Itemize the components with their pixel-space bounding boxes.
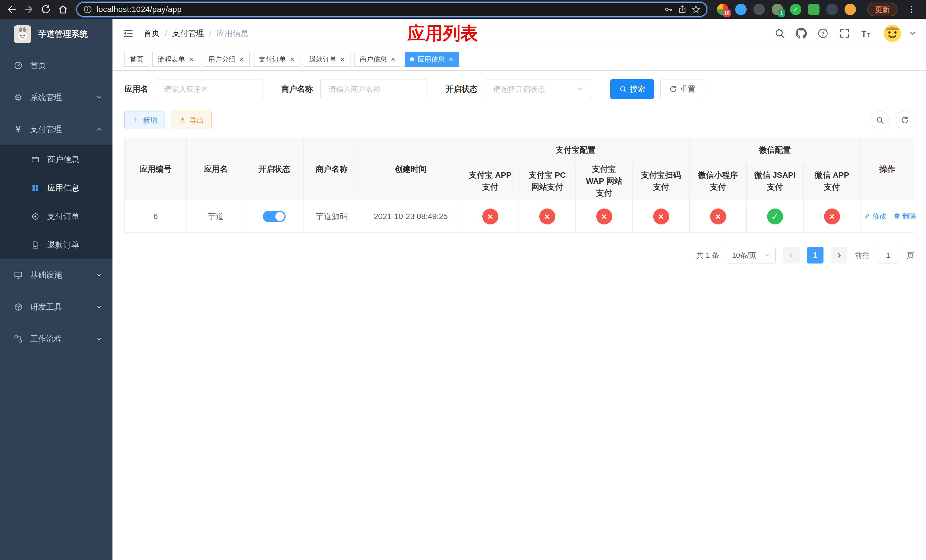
app-name-label: 应用名 <box>124 84 148 95</box>
sidebar-item-dev-tools[interactable]: 研发工具 <box>0 291 112 323</box>
export-button[interactable]: 导出 <box>171 111 212 129</box>
sidebar-logo[interactable]: 芋道管理系统 <box>0 19 112 50</box>
extension-icon-notes[interactable] <box>808 4 820 15</box>
sidebar-item-workflow[interactable]: 工作流程 <box>0 323 112 355</box>
sidebar-item-pay-order[interactable]: 支付订单 <box>0 202 112 231</box>
sidebar-item-refund-order[interactable]: 退款订单 <box>0 231 112 259</box>
current-page-button[interactable]: 1 <box>807 247 823 263</box>
home-icon[interactable] <box>57 4 68 15</box>
column-header: 商户名称 <box>304 138 360 200</box>
extension-icon-face[interactable] <box>844 4 856 15</box>
sidebar-item-label: 工作流程 <box>30 333 62 344</box>
tab-item[interactable]: 应用信息× <box>405 52 459 67</box>
show-search-button[interactable] <box>871 111 889 129</box>
download-icon <box>179 116 187 124</box>
extension-icon-globe[interactable] <box>754 4 765 15</box>
sidebar-item-merchant-info[interactable]: 商户信息 <box>0 145 112 174</box>
active-tab-dot <box>410 57 414 61</box>
goto-page-input[interactable] <box>877 247 899 263</box>
sidebar-item-home[interactable]: 首页 <box>0 50 112 82</box>
sidebar-item-infrastructure[interactable]: 基础设施 <box>0 259 112 291</box>
tab-close-icon[interactable]: × <box>189 56 194 63</box>
cell-app-name: 芋道 <box>187 200 245 233</box>
address-bar[interactable]: localhost:1024/pay/app <box>76 2 707 17</box>
share-icon[interactable] <box>678 5 687 14</box>
url-text: localhost:1024/pay/app <box>97 5 182 14</box>
group-header-alipay: 支付宝配置 <box>462 138 690 162</box>
chevron-left-icon <box>787 251 795 259</box>
app-name-input[interactable] <box>156 79 263 99</box>
github-icon[interactable] <box>796 28 807 39</box>
edit-link[interactable]: 修改 <box>864 211 887 221</box>
forward-icon[interactable] <box>23 4 34 15</box>
extension-icon-check[interactable]: ✓ <box>790 4 801 15</box>
status-select-placeholder: 请选择开启状态 <box>493 84 545 94</box>
add-button-label: 新增 <box>143 116 157 125</box>
bookmark-star-icon[interactable] <box>691 5 701 14</box>
wechat-app-status-icon: × <box>824 209 840 224</box>
extension-icon-drop[interactable] <box>735 4 747 15</box>
update-button[interactable]: 更新 <box>867 3 897 16</box>
tab-label: 支付订单 <box>259 55 286 64</box>
status-select[interactable]: 请选择开启状态 <box>485 79 592 99</box>
apps-table: 应用编号 应用名 开启状态 商户名称 创建时间 支付宝配置 微信配置 操作 支付… <box>124 138 914 233</box>
info-icon[interactable] <box>83 5 92 14</box>
sidebar-item-app-info[interactable]: 应用信息 <box>0 174 112 202</box>
key-icon[interactable] <box>664 5 673 14</box>
font-size-icon[interactable]: TT <box>861 28 872 39</box>
breadcrumb-item[interactable]: 支付管理 <box>172 28 204 39</box>
tab-item[interactable]: 退款订单× <box>304 52 351 67</box>
browser-menu-icon[interactable] <box>906 5 916 14</box>
extension-icon-pinwheel[interactable] <box>826 4 838 15</box>
tab-item[interactable]: 商户信息× <box>354 52 401 67</box>
tab-close-icon[interactable]: × <box>448 56 454 63</box>
column-header: 支付宝 WAP 网站支付 <box>576 162 633 200</box>
tab-item[interactable]: 流程表单× <box>152 52 199 67</box>
status-label: 开启状态 <box>446 84 478 95</box>
search-button[interactable]: 搜索 <box>610 79 654 99</box>
sidebar-item-payment[interactable]: ¥ 支付管理 <box>0 114 112 145</box>
breadcrumb-separator: / <box>165 29 167 38</box>
tab-close-icon[interactable]: × <box>390 56 396 63</box>
tab-close-icon[interactable]: × <box>239 56 244 63</box>
fullscreen-icon[interactable] <box>839 28 850 39</box>
refresh-icon[interactable] <box>41 4 51 15</box>
sidebar-item-label: 支付订单 <box>47 211 79 222</box>
reset-button[interactable]: 重置 <box>660 79 704 99</box>
column-header: 支付宝 PC 网站支付 <box>519 162 576 200</box>
merchant-name-input[interactable] <box>320 79 427 99</box>
help-icon[interactable]: ? <box>817 28 829 39</box>
tab-item[interactable]: 用户分组× <box>203 52 250 67</box>
next-page-button[interactable] <box>831 247 847 263</box>
chevron-down-icon <box>95 271 103 279</box>
status-toggle[interactable] <box>263 211 286 222</box>
filter-bar: 应用名 商户名称 开启状态 请选择开启状态 搜索 <box>124 79 914 99</box>
page-size-select[interactable]: 10条/页 <box>727 247 776 263</box>
breadcrumb-item[interactable]: 首页 <box>144 28 160 39</box>
reset-button-label: 重置 <box>680 84 695 94</box>
tab-close-icon[interactable]: × <box>340 56 345 63</box>
edit-pencil-icon <box>864 212 871 219</box>
caret-down-icon[interactable] <box>909 30 916 37</box>
sidebar-toggle-icon[interactable] <box>122 27 134 39</box>
refresh-table-button[interactable] <box>896 111 914 129</box>
chevron-down-icon <box>95 335 103 343</box>
sidebar-item-system[interactable]: ⚙ 系统管理 <box>0 82 112 114</box>
tab-item[interactable]: 支付订单× <box>253 52 300 67</box>
tab-item[interactable]: 首页 <box>124 52 149 67</box>
extension-badge: 1 <box>778 9 785 17</box>
search-icon[interactable] <box>774 28 785 39</box>
tab-label: 首页 <box>130 55 144 64</box>
delete-link[interactable]: 删除 <box>894 211 916 221</box>
tab-label: 应用信息 <box>418 55 445 64</box>
tab-close-icon[interactable]: × <box>289 56 295 63</box>
add-button[interactable]: 新增 <box>124 111 165 129</box>
extension-icon-avatar[interactable]: 1 <box>772 4 783 15</box>
chevron-down-icon <box>95 303 103 311</box>
extension-icon-mosaic[interactable]: 10 <box>717 4 728 15</box>
sidebar-item-label: 首页 <box>30 60 46 71</box>
prev-page-button[interactable] <box>783 247 800 263</box>
avatar[interactable] <box>882 23 903 44</box>
back-icon[interactable] <box>6 4 17 15</box>
page-unit: 页 <box>906 250 914 260</box>
